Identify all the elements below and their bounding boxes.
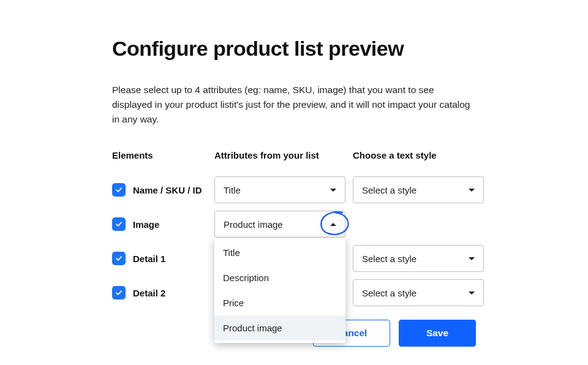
attribute-select-0[interactable]: Title xyxy=(214,176,345,203)
save-button-label: Save xyxy=(426,328,448,339)
style-select-3[interactable]: Select a style xyxy=(353,279,484,306)
save-button[interactable]: Save xyxy=(399,320,476,347)
column-header-attributes: Attributes from your list xyxy=(214,150,345,176)
check-icon xyxy=(115,254,123,263)
check-icon xyxy=(115,288,123,297)
caret-down-icon xyxy=(469,189,475,192)
style-select-value-0: Select a style xyxy=(362,185,417,195)
style-select-value-3: Select a style xyxy=(362,288,417,298)
checkbox-row-1[interactable] xyxy=(112,217,126,231)
caret-up-icon xyxy=(330,223,336,226)
checkbox-row-2[interactable] xyxy=(112,252,126,265)
column-header-elements: Elements xyxy=(112,150,207,176)
caret-down-icon xyxy=(469,257,475,260)
attribute-select-value-0: Title xyxy=(224,185,241,195)
attribute-select-1[interactable]: Product image xyxy=(214,211,345,238)
check-icon xyxy=(115,186,123,194)
row-label-0: Name / SKU / ID xyxy=(133,185,202,195)
checkbox-row-0[interactable] xyxy=(112,183,126,197)
attribute-select-value-1: Product image xyxy=(224,219,283,230)
config-grid: Elements Attributes from your list Choos… xyxy=(112,150,476,314)
style-select-2[interactable]: Select a style xyxy=(353,245,484,272)
modal-title: Configure product list preview xyxy=(112,37,476,61)
check-icon xyxy=(115,220,123,228)
dropdown-option-product-image[interactable]: Product image xyxy=(214,315,345,341)
row-label-2: Detail 1 xyxy=(133,254,165,264)
checkbox-row-3[interactable] xyxy=(112,286,126,299)
style-select-value-2: Select a style xyxy=(362,254,417,264)
row-label-1: Image xyxy=(133,219,159,230)
style-select-0[interactable]: Select a style xyxy=(353,176,484,203)
column-header-style: Choose a text style xyxy=(353,150,484,176)
row-label-3: Detail 2 xyxy=(133,288,165,298)
dropdown-option-price[interactable]: Price xyxy=(214,290,345,315)
modal-description: Please select up to 4 attributes (eg: na… xyxy=(112,83,476,127)
caret-down-icon xyxy=(469,292,475,295)
dropdown-option-title[interactable]: Title xyxy=(214,240,345,265)
configure-modal: Configure product list preview Please se… xyxy=(95,10,493,358)
attribute-dropdown: Title Description Price Product image xyxy=(214,238,345,343)
caret-down-icon xyxy=(330,189,336,192)
dropdown-option-description[interactable]: Description xyxy=(214,265,345,290)
